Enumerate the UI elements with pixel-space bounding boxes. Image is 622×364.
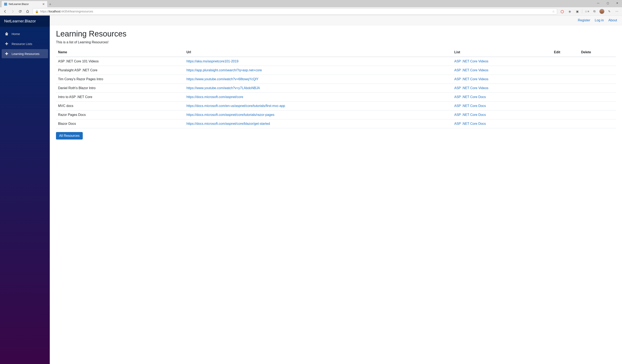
back-button[interactable]: [2, 8, 9, 15]
sidebar-item-learning-resources[interactable]: Learning Resources: [2, 49, 48, 58]
minimize-button[interactable]: —: [593, 0, 603, 6]
resource-list-link[interactable]: ASP .NET Core Videos: [454, 86, 488, 90]
cell-delete: [579, 111, 616, 119]
forward-button[interactable]: [9, 8, 16, 15]
cell-url: https://www.youtube.com/watch?v=y7LAbdoN…: [184, 84, 452, 93]
new-tab-button[interactable]: +: [47, 1, 53, 7]
home-icon: [4, 32, 9, 36]
sidebar: NetLearner.Blazor Home Resource Lists Le…: [0, 16, 50, 364]
all-resources-button[interactable]: All Resources: [56, 132, 83, 139]
extension-icon-3[interactable]: ▣: [574, 8, 581, 15]
resource-list-link[interactable]: ASP .NET Core Videos: [454, 68, 488, 72]
resource-url-link[interactable]: https://www.youtube.com/watch?v=y7LAbdoN…: [186, 86, 260, 90]
page-title: Learning Resources: [56, 29, 616, 38]
table-row: Intro to ASP .NET Corehttps://docs.micro…: [56, 93, 616, 102]
collections-button[interactable]: ⧉: [591, 8, 598, 15]
cell-name: Intro to ASP .NET Core: [56, 93, 184, 102]
close-window-button[interactable]: ✕: [612, 0, 622, 6]
resource-url-link[interactable]: https://docs.microsoft.com/en-us/aspnet/…: [186, 104, 285, 108]
nav: Home Resource Lists Learning Resources: [0, 27, 50, 61]
resource-list-link[interactable]: ASP .NET Core Docs: [454, 122, 486, 125]
browser-chrome: NetLearner.Blazor ✕ + — ▢ ✕ 🔒 https://lo…: [0, 0, 622, 16]
cell-delete: [579, 75, 616, 84]
col-name: Name: [56, 48, 184, 57]
tab-title: NetLearner.Blazor: [9, 3, 41, 6]
cell-list: ASP .NET Core Videos: [452, 75, 552, 84]
table-row: Blazor Docshttps://docs.microsoft.com/as…: [56, 119, 616, 128]
cell-delete: [579, 102, 616, 111]
table-header-row: Name Url List Edit Delete: [56, 48, 616, 57]
cell-edit: [552, 119, 579, 128]
cell-name: Blazor Docs: [56, 119, 184, 128]
url-text: https://localhost:44354/learningresource…: [40, 10, 550, 13]
table-row: ASP .NET Core 101 Videoshttps://aka.ms/a…: [56, 57, 616, 66]
cell-list: ASP .NET Core Docs: [452, 102, 552, 111]
resource-list-link[interactable]: ASP .NET Core Videos: [454, 77, 488, 81]
resource-url-link[interactable]: https://aka.ms/aspnetcore101-2019: [186, 59, 238, 63]
refresh-button[interactable]: [17, 8, 24, 15]
cell-edit: [552, 84, 579, 93]
avatar-icon: [599, 9, 604, 14]
favorites-button[interactable]: ☆≡: [583, 8, 590, 15]
favorite-icon[interactable]: ☆: [552, 10, 555, 13]
lock-icon: 🔒: [35, 10, 39, 13]
separator: [582, 9, 582, 14]
cell-url: https://docs.microsoft.com/aspnet/core/t…: [184, 111, 452, 119]
page-subtitle: This is a list of Learning Resources!: [56, 40, 616, 44]
cell-url: https://aka.ms/aspnetcore101-2019: [184, 57, 452, 66]
cell-list: ASP .NET Core Videos: [452, 57, 552, 66]
sidebar-item-label: Learning Resources: [12, 52, 39, 56]
cell-url: https://docs.microsoft.com/aspnet/core: [184, 93, 452, 102]
cell-list: ASP .NET Core Videos: [452, 66, 552, 75]
menu-button[interactable]: ⋯: [613, 8, 620, 15]
resource-list-link[interactable]: ASP .NET Core Docs: [454, 104, 486, 108]
resource-url-link[interactable]: https://app.pluralsight.com/search/?q=as…: [186, 68, 262, 72]
sidebar-item-home[interactable]: Home: [2, 29, 48, 38]
resource-url-link[interactable]: https://docs.microsoft.com/aspnet/core/b…: [186, 122, 270, 125]
resource-url-link[interactable]: https://docs.microsoft.com/aspnet/core/t…: [186, 113, 274, 116]
cell-url: https://www.youtube.com/watch?v=68towqYc…: [184, 75, 452, 84]
cell-delete: [579, 57, 616, 66]
cell-url: https://app.pluralsight.com/search/?q=as…: [184, 66, 452, 75]
resource-list-link[interactable]: ASP .NET Core Docs: [454, 113, 486, 116]
col-edit: Edit: [552, 48, 579, 57]
profile-button[interactable]: [598, 8, 605, 15]
maximize-button[interactable]: ▢: [603, 0, 612, 6]
extension-icon-2[interactable]: ◉: [566, 8, 573, 15]
window-controls: — ▢ ✕: [593, 0, 622, 6]
cell-edit: [552, 57, 579, 66]
table-row: Tim Corey's Razor Pages Introhttps://www…: [56, 75, 616, 84]
cell-name: Tim Corey's Razor Pages Intro: [56, 75, 184, 84]
feedback-button[interactable]: ✎: [606, 8, 613, 15]
cell-edit: [552, 102, 579, 111]
cell-list: ASP .NET Core Docs: [452, 111, 552, 119]
cell-delete: [579, 119, 616, 128]
cell-edit: [552, 93, 579, 102]
cell-name: Pluralsight ASP .NET Core: [56, 66, 184, 75]
cell-delete: [579, 93, 616, 102]
login-link[interactable]: Log in: [595, 19, 604, 22]
resources-table: Name Url List Edit Delete ASP .NET Core …: [56, 48, 616, 128]
cell-edit: [552, 75, 579, 84]
resource-url-link[interactable]: https://docs.microsoft.com/aspnet/core: [186, 95, 243, 99]
table-row: Razor Pages Docshttps://docs.microsoft.c…: [56, 111, 616, 119]
resource-list-link[interactable]: ASP .NET Core Docs: [454, 95, 486, 99]
about-link[interactable]: About: [608, 19, 617, 22]
browser-tab[interactable]: NetLearner.Blazor ✕: [2, 1, 47, 7]
address-bar[interactable]: 🔒 https://localhost:44354/learningresour…: [33, 8, 557, 15]
register-link[interactable]: Register: [578, 19, 590, 22]
app: NetLearner.Blazor Home Resource Lists Le…: [0, 16, 622, 364]
resource-url-link[interactable]: https://www.youtube.com/watch?v=68towqYc…: [186, 77, 258, 81]
extension-icon-1[interactable]: ◯: [559, 8, 566, 15]
resource-list-link[interactable]: ASP .NET Core Videos: [454, 59, 488, 63]
cell-url: https://docs.microsoft.com/aspnet/core/b…: [184, 119, 452, 128]
cell-edit: [552, 66, 579, 75]
cell-name: MVC docs: [56, 102, 184, 111]
cell-name: ASP .NET Core 101 Videos: [56, 57, 184, 66]
close-tab-icon[interactable]: ✕: [42, 2, 45, 6]
sidebar-item-label: Resource Lists: [12, 42, 32, 46]
cell-name: Daniel Roth's Blazor Intro: [56, 84, 184, 93]
home-button[interactable]: [24, 8, 31, 15]
plus-icon: [4, 52, 9, 56]
sidebar-item-resource-lists[interactable]: Resource Lists: [2, 39, 48, 48]
